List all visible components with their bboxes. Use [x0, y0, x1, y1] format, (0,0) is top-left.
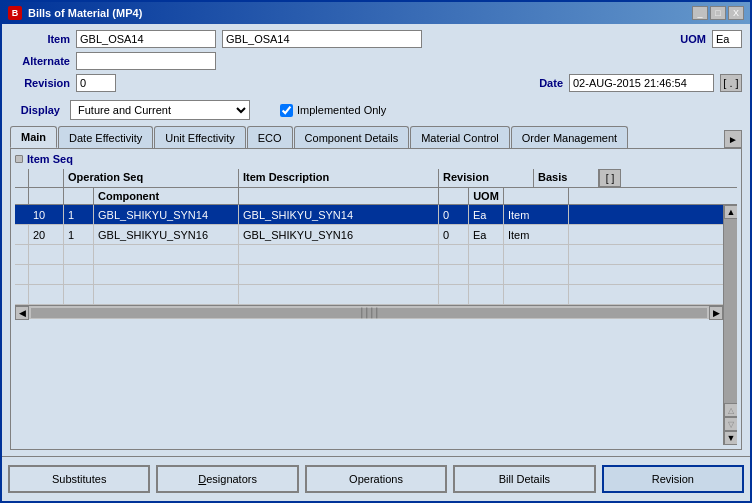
item-input1[interactable]	[76, 30, 216, 48]
cell-item-seq-1: 10	[29, 205, 64, 224]
scrollbar-header-spacer: [ ]	[599, 169, 613, 187]
display-select[interactable]: Future and Current Implemented Only Curr…	[70, 100, 250, 120]
col-header-op-seq: Operation Seq	[64, 169, 239, 187]
operations-button[interactable]: Operations	[305, 465, 447, 493]
col-subheader-component: Component	[94, 188, 239, 204]
minimize-button[interactable]: _	[692, 6, 708, 20]
scroll-left-button[interactable]: ◀	[15, 306, 29, 320]
vertical-scrollbar[interactable]: ▲ △ ▽ ▼	[723, 205, 737, 445]
substitutes-button[interactable]: Substitutes	[8, 465, 150, 493]
close-button[interactable]: X	[728, 6, 744, 20]
scroll-page-up-button[interactable]: △	[724, 403, 737, 417]
revision-input[interactable]	[76, 74, 116, 92]
cell-component-2: GBL_SHIKYU_SYN16	[94, 225, 239, 244]
section-header: Item Seq	[15, 153, 737, 165]
display-label: Display	[10, 104, 60, 116]
tabs-row: Main Date Effectivity Unit Effectivity E…	[10, 126, 742, 148]
cell-uom-1: Ea	[469, 205, 504, 224]
scrollbar-h-track[interactable]: ┃┃┃┃	[31, 308, 707, 318]
scroll-bottom-buttons: △ ▽ ▼	[724, 403, 737, 445]
alternate-row: Alternate	[10, 52, 742, 70]
cell-item-desc-2: GBL_SHIKYU_SYN16	[239, 225, 439, 244]
cell-item-desc-4	[239, 265, 439, 284]
scrollbar-v-track[interactable]	[724, 219, 737, 403]
col-header-item-seq	[29, 169, 64, 187]
bottom-buttons: Substitutes Designators Operations Bill …	[2, 456, 750, 501]
grid-row[interactable]	[15, 245, 723, 265]
item-input2[interactable]	[222, 30, 422, 48]
cell-component-4	[94, 265, 239, 284]
row-indicator-4	[15, 265, 29, 284]
designators-button[interactable]: Designators	[156, 465, 298, 493]
grid-outer: 10 1 GBL_SHIKYU_SYN14 GBL_SHIKYU_SYN14 0…	[15, 205, 737, 445]
grid-row[interactable]: 10 1 GBL_SHIKYU_SYN14 GBL_SHIKYU_SYN14 0…	[15, 205, 723, 225]
cell-basis-3	[504, 245, 569, 264]
display-row: Display Future and Current Implemented O…	[10, 100, 742, 120]
alternate-input[interactable]	[76, 52, 216, 70]
date-input[interactable]	[569, 74, 714, 92]
cell-item-seq-2: 20	[29, 225, 64, 244]
uom-input[interactable]	[712, 30, 742, 48]
row-indicator-2	[15, 225, 29, 244]
grid-bracket-button[interactable]: [ ]	[599, 169, 621, 187]
tab-nav-button[interactable]: ►	[724, 130, 742, 148]
grid-row[interactable]: 20 1 GBL_SHIKYU_SYN16 GBL_SHIKYU_SYN16 0…	[15, 225, 723, 245]
implemented-only-checkbox[interactable]	[280, 104, 293, 117]
title-buttons: _ □ X	[692, 6, 744, 20]
tab-material-control[interactable]: Material Control	[410, 126, 510, 148]
bill-details-button[interactable]: Bill Details	[453, 465, 595, 493]
main-panel: Item Seq Operation Seq Item Description …	[10, 148, 742, 450]
cell-revision-4	[439, 265, 469, 284]
cell-uom-2: Ea	[469, 225, 504, 244]
maximize-button[interactable]: □	[710, 6, 726, 20]
date-picker-button[interactable]: [ . ]	[720, 74, 742, 92]
col-subheader-item-seq	[29, 188, 64, 204]
revision-button[interactable]: Revision	[602, 465, 744, 493]
item-row: Item UOM	[10, 30, 742, 48]
cell-op-seq-3	[64, 245, 94, 264]
tab-order-management[interactable]: Order Management	[511, 126, 628, 148]
col-subheader-rev	[439, 188, 469, 204]
col-subheader-op-seq	[64, 188, 94, 204]
col-header-basis: Basis	[534, 169, 599, 187]
cell-op-seq-2: 1	[64, 225, 94, 244]
title-bar: B Bills of Material (MP4) _ □ X	[2, 2, 750, 24]
main-window: B Bills of Material (MP4) _ □ X Item UOM	[0, 0, 752, 503]
row-indicator-5	[15, 285, 29, 304]
implemented-only-area: Implemented Only	[280, 104, 386, 117]
grid-row[interactable]	[15, 265, 723, 285]
tab-main[interactable]: Main	[10, 126, 57, 148]
cell-item-seq-5	[29, 285, 64, 304]
cell-item-seq-3	[29, 245, 64, 264]
tab-eco[interactable]: ECO	[247, 126, 293, 148]
section-dot	[15, 155, 23, 163]
scroll-right-button[interactable]: ▶	[709, 306, 723, 320]
grid-wrapper: Operation Seq Item Description Revision …	[15, 169, 737, 445]
scroll-page-down-button[interactable]: ▽	[724, 417, 737, 431]
col-subheader-basis	[504, 188, 569, 204]
cell-op-seq-4	[64, 265, 94, 284]
cell-basis-5	[504, 285, 569, 304]
indicator-header	[15, 169, 29, 187]
tab-unit-effectivity[interactable]: Unit Effectivity	[154, 126, 246, 148]
uom-label: UOM	[680, 33, 706, 45]
cell-revision-5	[439, 285, 469, 304]
content-area: Item UOM Alternate Revision Date [ . ]	[2, 24, 750, 456]
row-indicator-3	[15, 245, 29, 264]
grid-row[interactable]	[15, 285, 723, 305]
scroll-up-button[interactable]: ▲	[724, 205, 737, 219]
horizontal-scrollbar[interactable]: ◀ ┃┃┃┃ ▶	[15, 305, 723, 319]
tab-component-details[interactable]: Component Details	[294, 126, 410, 148]
cell-basis-1: Item	[504, 205, 569, 224]
scrollbar-subheader-spacer	[569, 188, 583, 204]
cell-revision-2: 0	[439, 225, 469, 244]
window-icon: B	[8, 6, 22, 20]
scroll-down-button[interactable]: ▼	[724, 431, 737, 445]
cell-op-seq-5	[64, 285, 94, 304]
cell-uom-4	[469, 265, 504, 284]
cell-uom-5	[469, 285, 504, 304]
tab-date-effectivity[interactable]: Date Effectivity	[58, 126, 153, 148]
cell-component-5	[94, 285, 239, 304]
section-title: Item Seq	[27, 153, 73, 165]
implemented-only-label: Implemented Only	[297, 104, 386, 116]
